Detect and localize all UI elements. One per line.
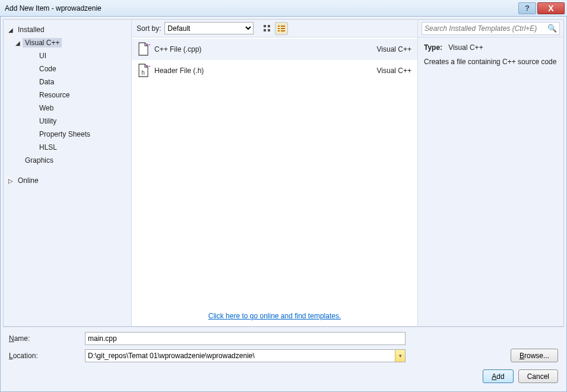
tree-item-label: UI [37,51,49,61]
tree-item-resource[interactable]: Resource [4,88,131,102]
info-body: Type: Visual C++ Creates a file containi… [418,37,563,72]
template-icon: ++ [135,42,152,57]
location-dropdown-button[interactable]: ▾ [395,350,405,362]
close-button[interactable]: X [537,2,565,14]
tree-item-label: Graphics [23,156,56,165]
expand-icon: ▷ [8,178,14,184]
search-box[interactable]: 🔍 [422,22,560,35]
sort-select[interactable]: Default [164,22,254,34]
tree-item-label: Utility [37,116,59,126]
type-label: Type: [424,43,442,52]
svg-text:h: h [141,69,145,76]
category-tree: ◢Installed◢Visual C++UICodeDataResourceW… [4,20,132,326]
expand-icon: ◢ [15,40,21,46]
file-icon: ++h [137,63,150,78]
template-list: ++C++ File (.cpp)Visual C++++hHeader Fil… [132,37,417,307]
template-pane: Sort by: Default [132,20,417,326]
title-bar: Add New Item - wprowadzenie ? X [0,0,567,17]
svg-rect-2 [264,29,266,31]
list-icon [277,24,286,33]
dialog-buttons: Add Cancel [3,365,564,389]
svg-rect-4 [278,26,280,27]
file-icon: ++ [137,42,150,57]
online-templates-link[interactable]: Click here to go online and find templat… [208,312,341,320]
template-language: Visual C++ [377,67,411,75]
tree-item-code[interactable]: Code [4,62,131,75]
svg-rect-6 [278,28,280,29]
template-name: Header File (.h) [152,67,377,75]
search-icon: 🔍 [547,24,557,33]
tree-item-graphics[interactable]: Graphics [4,154,131,167]
tree-item-web[interactable]: Web [4,102,131,115]
tree-item-label: Online [15,176,41,185]
search-input[interactable] [425,24,547,33]
type-value: Visual C++ [448,43,483,52]
sort-label: Sort by: [137,24,161,33]
tree-item-ui[interactable]: UI [4,49,131,62]
template-icon: ++h [135,63,152,78]
svg-rect-5 [281,26,285,27]
template-name: C++ File (.cpp) [152,45,377,53]
tree-item-label: HLSL [37,143,59,152]
svg-rect-0 [264,25,266,27]
search-wrap: 🔍 [418,20,563,37]
svg-text:++: ++ [146,64,150,69]
window-title: Add New Item - wprowadzenie [5,4,517,12]
tree-item-hlsl[interactable]: HLSL [4,141,131,154]
name-field[interactable] [85,332,406,345]
svg-rect-3 [268,29,270,31]
svg-rect-9 [281,30,285,31]
tree-item-property-sheets[interactable]: Property Sheets [4,128,131,141]
tree-item-data[interactable]: Data [4,75,131,88]
svg-rect-1 [268,25,270,27]
tree-item-label: Code [37,64,59,74]
tree-item-label: Web [37,103,56,113]
tree-item-utility[interactable]: Utility [4,115,131,128]
cancel-button[interactable]: Cancel [518,369,558,383]
location-field[interactable] [85,349,406,362]
tree-item-label: Data [37,77,56,87]
add-button[interactable]: Add [483,369,513,383]
name-label: Name: [9,334,80,343]
content-area: ◢Installed◢Visual C++UICodeDataResourceW… [3,19,564,327]
grid-icon [263,24,271,33]
help-button[interactable]: ? [518,2,536,14]
tree-item-visual-c-[interactable]: ◢Visual C++ [4,36,131,49]
dialog-frame: ◢Installed◢Visual C++UICodeDataResourceW… [0,17,567,392]
tree-item-label: Property Sheets [37,129,93,139]
template-row[interactable]: ++hHeader File (.h)Visual C++ [132,60,417,81]
tree-item-online[interactable]: ▷Online [4,174,131,187]
tree-item-label: Resource [37,90,72,100]
view-grid-button[interactable] [261,22,274,35]
svg-rect-7 [281,28,285,29]
tree-item-label: Installed [15,25,47,34]
template-toolbar: Sort by: Default [132,20,417,37]
browse-button[interactable]: Browse... [511,349,558,362]
expand-icon: ◢ [8,27,14,33]
tree-item-label: Visual C++ [23,38,62,48]
svg-text:++: ++ [146,42,150,48]
template-row[interactable]: ++C++ File (.cpp)Visual C++ [132,39,417,60]
view-list-button[interactable] [275,22,288,35]
info-pane: 🔍 Type: Visual C++ Creates a file contai… [417,20,563,326]
template-language: Visual C++ [377,45,411,53]
form-area: Name: Location: ▾ Browse... [3,327,564,365]
tree-item-installed[interactable]: ◢Installed [4,23,131,36]
online-templates-link-wrap: Click here to go online and find templat… [132,307,417,326]
location-label: Location: [9,352,80,360]
template-description: Creates a file containing C++ source cod… [424,58,558,66]
svg-rect-8 [278,30,280,31]
